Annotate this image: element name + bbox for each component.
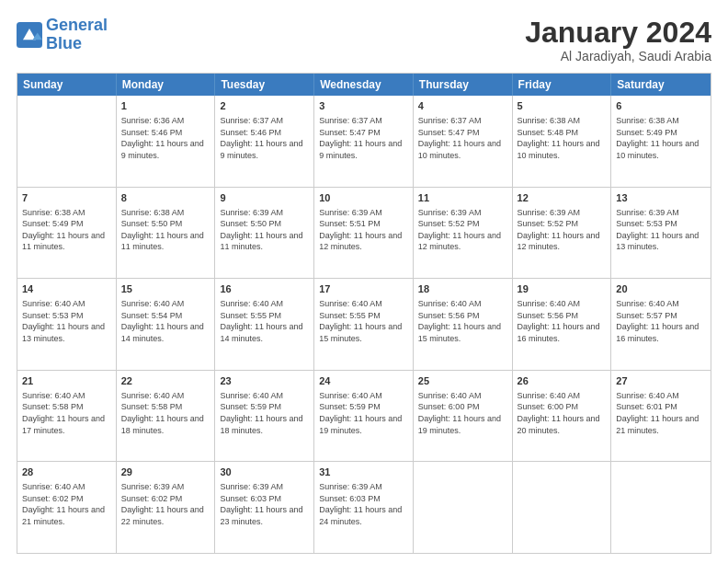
cell-day: 31 [319,465,408,479]
cell-day: 20 [616,282,706,296]
cell-info: Sunrise: 6:40 AMSunset: 6:02 PMDaylight:… [22,481,111,527]
cal-cell-1-0: 7 Sunrise: 6:38 AMSunset: 5:49 PMDayligh… [17,188,117,279]
cell-info: Sunrise: 6:39 AMSunset: 5:50 PMDaylight:… [220,207,309,253]
cal-cell-3-0: 21 Sunrise: 6:40 AMSunset: 5:58 PMDaylig… [17,371,117,462]
cell-info: Sunrise: 6:40 AMSunset: 5:59 PMDaylight:… [319,390,408,436]
cell-day: 28 [22,465,111,479]
cell-day: 19 [518,282,607,296]
header-sunday: Sunday [17,74,117,96]
cell-day: 30 [220,465,309,479]
cal-cell-0-6: 6 Sunrise: 6:38 AMSunset: 5:49 PMDayligh… [611,96,711,187]
cal-cell-4-4 [414,462,513,553]
cell-info: Sunrise: 6:39 AMSunset: 5:52 PMDaylight:… [518,207,607,253]
cal-cell-0-1: 1 Sunrise: 6:36 AMSunset: 5:46 PMDayligh… [117,96,216,187]
cell-info: Sunrise: 6:39 AMSunset: 5:52 PMDaylight:… [418,207,507,253]
cell-info: Sunrise: 6:40 AMSunset: 6:00 PMDaylight:… [418,390,507,436]
header-wednesday: Wednesday [314,74,414,96]
cell-info: Sunrise: 6:40 AMSunset: 5:59 PMDaylight:… [220,390,309,436]
cell-info: Sunrise: 6:37 AMSunset: 5:47 PMDaylight:… [319,115,408,161]
cell-day: 6 [616,99,706,113]
cell-day: 13 [616,191,706,205]
cal-cell-1-1: 8 Sunrise: 6:38 AMSunset: 5:50 PMDayligh… [117,188,216,279]
cell-day: 17 [319,282,408,296]
cell-info: Sunrise: 6:39 AMSunset: 6:03 PMDaylight:… [220,481,309,527]
cell-info: Sunrise: 6:39 AMSunset: 6:02 PMDaylight:… [121,481,210,527]
cell-day: 15 [121,282,210,296]
cell-day: 3 [319,99,408,113]
cal-cell-0-2: 2 Sunrise: 6:37 AMSunset: 5:46 PMDayligh… [215,96,314,187]
cal-cell-2-3: 17 Sunrise: 6:40 AMSunset: 5:55 PMDaylig… [314,279,414,370]
cal-cell-2-1: 15 Sunrise: 6:40 AMSunset: 5:54 PMDaylig… [117,279,216,370]
cell-day: 18 [418,282,507,296]
cell-day: 14 [22,282,111,296]
cell-day: 24 [319,374,408,388]
cal-cell-3-3: 24 Sunrise: 6:40 AMSunset: 5:59 PMDaylig… [314,371,414,462]
cal-cell-4-2: 30 Sunrise: 6:39 AMSunset: 6:03 PMDaylig… [215,462,314,553]
cell-info: Sunrise: 6:40 AMSunset: 5:58 PMDaylight:… [22,390,111,436]
cell-day: 22 [121,374,210,388]
calendar: Sunday Monday Tuesday Wednesday Thursday… [17,73,711,554]
cell-info: Sunrise: 6:40 AMSunset: 5:56 PMDaylight:… [518,298,607,344]
cell-day: 5 [518,99,607,113]
header: General Blue January 2024 Al Jaradiyah, … [17,17,711,63]
cell-day: 21 [22,374,111,388]
logo-text: General Blue [46,17,108,53]
cal-cell-2-0: 14 Sunrise: 6:40 AMSunset: 5:53 PMDaylig… [17,279,117,370]
cell-day: 26 [518,374,607,388]
header-saturday: Saturday [611,74,711,96]
cell-day: 7 [22,191,111,205]
header-tuesday: Tuesday [215,74,314,96]
month-title: January 2024 [525,17,711,49]
cal-cell-0-0 [17,96,117,187]
cal-cell-4-5 [513,462,612,553]
logo-line1: General [46,16,108,34]
cell-day: 4 [418,99,507,113]
cal-cell-3-5: 26 Sunrise: 6:40 AMSunset: 6:00 PMDaylig… [513,371,612,462]
cal-cell-4-1: 29 Sunrise: 6:39 AMSunset: 6:02 PMDaylig… [117,462,216,553]
cell-info: Sunrise: 6:39 AMSunset: 5:51 PMDaylight:… [319,207,408,253]
cal-cell-0-3: 3 Sunrise: 6:37 AMSunset: 5:47 PMDayligh… [314,96,414,187]
cell-day: 25 [418,374,507,388]
cell-info: Sunrise: 6:38 AMSunset: 5:49 PMDaylight:… [616,115,706,161]
cal-cell-3-2: 23 Sunrise: 6:40 AMSunset: 5:59 PMDaylig… [215,371,314,462]
location: Al Jaradiyah, Saudi Arabia [525,49,711,63]
header-thursday: Thursday [414,74,513,96]
cell-info: Sunrise: 6:40 AMSunset: 5:57 PMDaylight:… [616,298,706,344]
cell-info: Sunrise: 6:40 AMSunset: 5:58 PMDaylight:… [121,390,210,436]
cell-info: Sunrise: 6:40 AMSunset: 6:00 PMDaylight:… [518,390,607,436]
title-block: January 2024 Al Jaradiyah, Saudi Arabia [525,17,711,63]
cal-cell-3-1: 22 Sunrise: 6:40 AMSunset: 5:58 PMDaylig… [117,371,216,462]
cal-cell-3-4: 25 Sunrise: 6:40 AMSunset: 6:00 PMDaylig… [414,371,513,462]
cell-info: Sunrise: 6:40 AMSunset: 5:55 PMDaylight:… [319,298,408,344]
cell-info: Sunrise: 6:40 AMSunset: 6:01 PMDaylight:… [616,390,706,436]
cell-info: Sunrise: 6:38 AMSunset: 5:50 PMDaylight:… [121,207,210,253]
cal-cell-1-6: 13 Sunrise: 6:39 AMSunset: 5:53 PMDaylig… [611,188,711,279]
cell-day: 2 [220,99,309,113]
calendar-body: 1 Sunrise: 6:36 AMSunset: 5:46 PMDayligh… [17,96,711,553]
cell-info: Sunrise: 6:39 AMSunset: 5:53 PMDaylight:… [616,207,706,253]
cal-cell-1-4: 11 Sunrise: 6:39 AMSunset: 5:52 PMDaylig… [414,188,513,279]
cell-day: 12 [518,191,607,205]
cell-info: Sunrise: 6:38 AMSunset: 5:48 PMDaylight:… [518,115,607,161]
cal-cell-2-4: 18 Sunrise: 6:40 AMSunset: 5:56 PMDaylig… [414,279,513,370]
header-friday: Friday [513,74,612,96]
cal-cell-3-6: 27 Sunrise: 6:40 AMSunset: 6:01 PMDaylig… [611,371,711,462]
cell-info: Sunrise: 6:40 AMSunset: 5:54 PMDaylight:… [121,298,210,344]
cell-day: 10 [319,191,408,205]
cal-cell-2-5: 19 Sunrise: 6:40 AMSunset: 5:56 PMDaylig… [513,279,612,370]
cal-cell-4-0: 28 Sunrise: 6:40 AMSunset: 6:02 PMDaylig… [17,462,117,553]
cal-cell-4-6 [611,462,711,553]
cal-cell-2-2: 16 Sunrise: 6:40 AMSunset: 5:55 PMDaylig… [215,279,314,370]
cell-day: 1 [121,99,210,113]
cell-info: Sunrise: 6:40 AMSunset: 5:56 PMDaylight:… [418,298,507,344]
cell-day: 16 [220,282,309,296]
cal-week-4: 28 Sunrise: 6:40 AMSunset: 6:02 PMDaylig… [17,462,711,553]
cell-info: Sunrise: 6:38 AMSunset: 5:49 PMDaylight:… [22,207,111,253]
cell-day: 11 [418,191,507,205]
cell-day: 29 [121,465,210,479]
cal-week-0: 1 Sunrise: 6:36 AMSunset: 5:46 PMDayligh… [17,96,711,188]
logo-line2: Blue [46,34,82,52]
cal-cell-1-3: 10 Sunrise: 6:39 AMSunset: 5:51 PMDaylig… [314,188,414,279]
cell-info: Sunrise: 6:39 AMSunset: 6:03 PMDaylight:… [319,481,408,527]
cell-info: Sunrise: 6:37 AMSunset: 5:47 PMDaylight:… [418,115,507,161]
